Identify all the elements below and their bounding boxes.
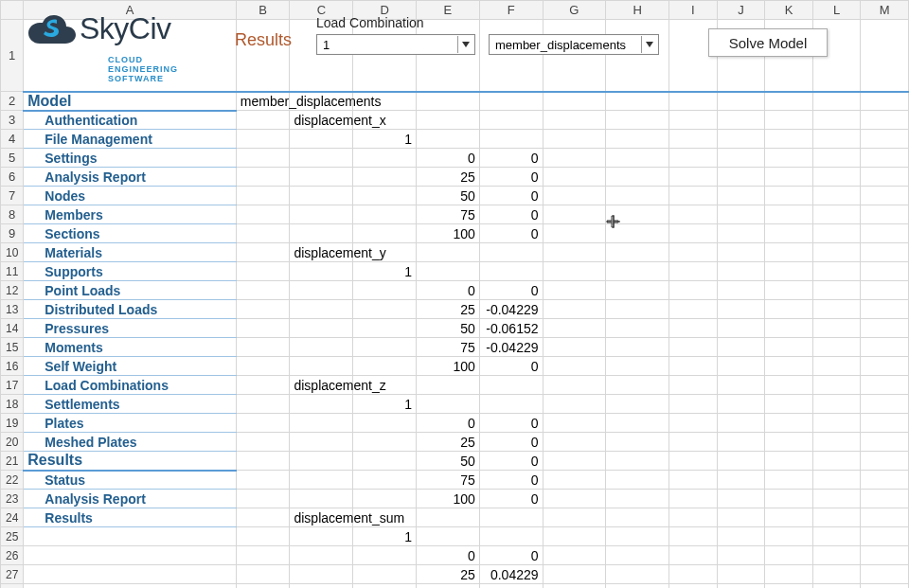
cell[interactable] — [717, 584, 765, 589]
cell[interactable] — [236, 319, 290, 338]
cell[interactable] — [290, 205, 353, 224]
cell[interactable] — [669, 187, 718, 205]
cell[interactable] — [543, 433, 606, 452]
cell[interactable] — [417, 20, 480, 92]
row-header[interactable]: 6 — [1, 168, 24, 187]
cell[interactable] — [290, 300, 353, 319]
col-header[interactable]: I — [669, 1, 718, 20]
cell[interactable] — [812, 130, 861, 149]
tree-item[interactable]: Materials — [24, 243, 237, 262]
cell[interactable] — [353, 224, 417, 243]
cell[interactable] — [479, 130, 543, 149]
cell[interactable] — [717, 187, 765, 205]
cell[interactable] — [765, 205, 813, 224]
row-header[interactable]: 11 — [1, 262, 24, 281]
tree-item[interactable]: Settings — [24, 149, 237, 168]
cell[interactable] — [606, 452, 669, 471]
cell[interactable] — [606, 490, 669, 508]
solve-model-button[interactable]: Solve Model — [708, 28, 828, 57]
cell[interactable] — [236, 300, 290, 319]
cell[interactable] — [669, 357, 718, 376]
cell[interactable] — [236, 490, 290, 508]
cell[interactable] — [236, 452, 290, 471]
cell[interactable] — [417, 527, 480, 546]
cell[interactable] — [812, 224, 861, 243]
cell[interactable] — [669, 565, 718, 584]
cell[interactable]: 0 — [479, 357, 543, 376]
cell[interactable] — [812, 546, 861, 565]
row-header[interactable]: 19 — [1, 414, 24, 433]
cell[interactable] — [861, 433, 909, 452]
cell[interactable] — [717, 111, 765, 130]
row-header[interactable]: 3 — [1, 111, 24, 130]
row-header[interactable]: 7 — [1, 187, 24, 205]
cell[interactable] — [861, 527, 909, 546]
cell[interactable] — [812, 187, 861, 205]
cell[interactable] — [353, 281, 417, 300]
cell[interactable] — [353, 319, 417, 338]
cell[interactable] — [353, 565, 417, 584]
row-header[interactable]: 27 — [1, 565, 24, 584]
cell[interactable] — [669, 130, 718, 149]
tree-item[interactable]: Meshed Plates — [24, 433, 237, 452]
cell[interactable] — [812, 262, 861, 281]
cell[interactable] — [236, 243, 290, 262]
cell[interactable]: 25 — [417, 433, 480, 452]
cell[interactable] — [236, 168, 290, 187]
cell[interactable] — [543, 319, 606, 338]
cell[interactable] — [606, 300, 669, 319]
tree-item[interactable]: Load Combinations — [24, 376, 237, 395]
row-header[interactable]: 17 — [1, 376, 24, 395]
cell[interactable] — [812, 584, 861, 589]
cell[interactable] — [812, 471, 861, 490]
cell[interactable] — [765, 149, 813, 168]
cell[interactable] — [236, 584, 290, 589]
cell[interactable] — [717, 490, 765, 508]
cell[interactable]: 0 — [479, 433, 543, 452]
tree-item[interactable]: Self Weight — [24, 357, 237, 376]
cell[interactable] — [479, 243, 543, 262]
cell[interactable]: 0.06152 — [479, 584, 543, 589]
cell[interactable] — [717, 130, 765, 149]
cell[interactable]: 75 — [417, 471, 480, 490]
cell[interactable] — [417, 243, 480, 262]
cell[interactable] — [861, 92, 909, 111]
cell[interactable]: 0 — [479, 149, 543, 168]
cell[interactable] — [861, 149, 909, 168]
cell[interactable] — [236, 395, 290, 414]
cell[interactable] — [812, 395, 861, 414]
row-header[interactable]: 18 — [1, 395, 24, 414]
cell[interactable]: 50 — [417, 452, 480, 471]
cell[interactable] — [543, 205, 606, 224]
cell[interactable] — [290, 357, 353, 376]
cell[interactable] — [717, 357, 765, 376]
cell[interactable] — [353, 300, 417, 319]
col-header[interactable]: F — [479, 1, 543, 20]
cell[interactable] — [606, 149, 669, 168]
cell[interactable] — [669, 205, 718, 224]
cell[interactable] — [861, 224, 909, 243]
cell[interactable] — [543, 111, 606, 130]
row-header[interactable]: 25 — [1, 527, 24, 546]
cell[interactable] — [717, 376, 765, 395]
row-header[interactable]: 9 — [1, 224, 24, 243]
cell[interactable] — [543, 414, 606, 433]
cell[interactable] — [290, 187, 353, 205]
tree-item[interactable]: Analysis Report — [24, 490, 237, 508]
cell[interactable] — [861, 205, 909, 224]
cell[interactable] — [417, 508, 480, 527]
cell[interactable] — [606, 395, 669, 414]
cell[interactable]: 1 — [353, 395, 417, 414]
cell[interactable] — [606, 130, 669, 149]
cell[interactable]: 0 — [417, 149, 480, 168]
cell[interactable] — [717, 168, 765, 187]
cell[interactable] — [669, 490, 718, 508]
cell[interactable] — [812, 281, 861, 300]
col-header[interactable]: L — [812, 1, 861, 20]
cell[interactable] — [543, 376, 606, 395]
cell[interactable] — [765, 584, 813, 589]
row-header[interactable]: 22 — [1, 471, 24, 490]
cell[interactable] — [543, 338, 606, 357]
tree-item[interactable]: Moments — [24, 338, 237, 357]
cell[interactable] — [861, 376, 909, 395]
